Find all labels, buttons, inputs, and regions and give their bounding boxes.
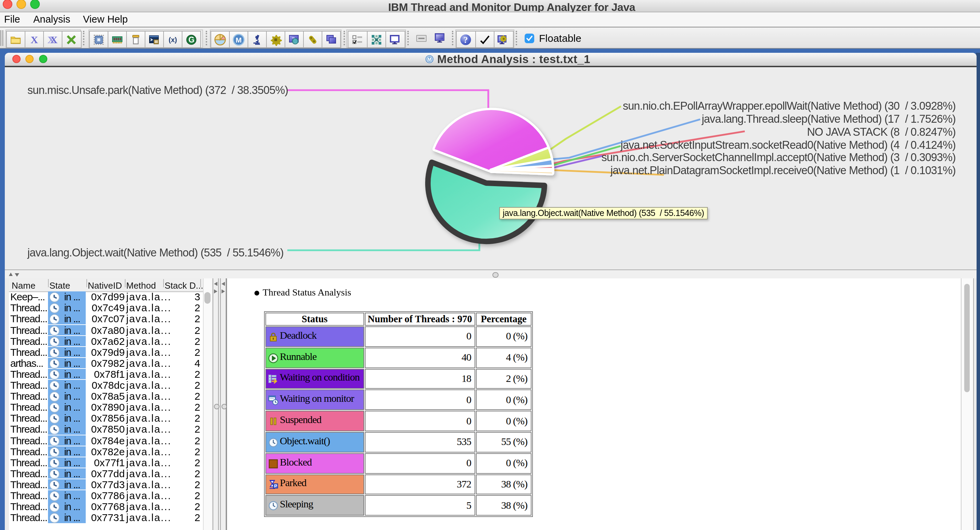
svg-text:(x): (x) <box>169 36 177 43</box>
svg-text:M: M <box>427 56 431 62</box>
svg-text:M: M <box>235 36 242 43</box>
svg-text:G: G <box>188 35 194 44</box>
svg-text:X: X <box>50 33 58 45</box>
svg-text:X: X <box>31 33 38 45</box>
svg-text:?: ? <box>464 35 468 45</box>
svg-text:P: P <box>274 484 277 489</box>
